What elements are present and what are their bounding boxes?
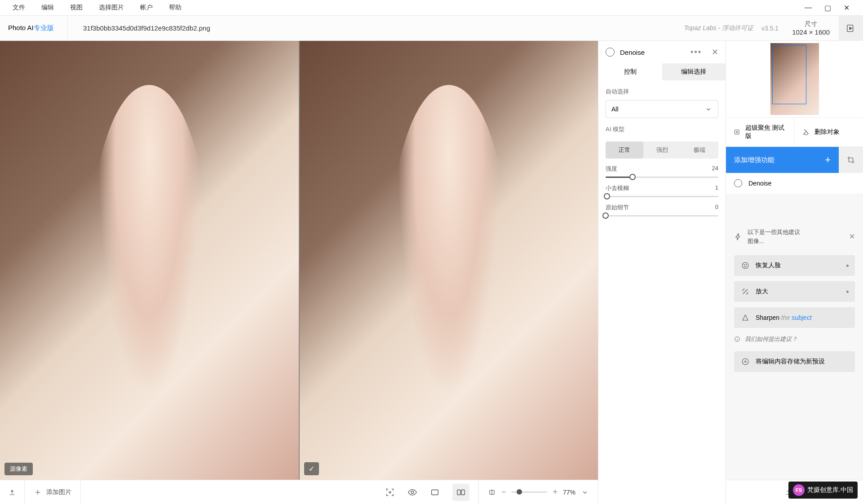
original-detail-slider-row: 原始细节0: [598, 197, 726, 217]
image-original: 源像素: [0, 41, 299, 480]
auto-select-dropdown[interactable]: All: [606, 100, 718, 118]
zoom-out-button[interactable]: −: [501, 487, 506, 497]
viewer-toolbar: 添加图片 − + 77%: [0, 480, 598, 504]
close-suggestions-icon[interactable]: ✕: [849, 232, 855, 241]
upload-icon: [8, 488, 16, 496]
header-bar: Photo AI专业版 31f3b0bb3345d0d3f9d12e9c835f…: [0, 16, 863, 41]
single-view-icon[interactable]: [430, 487, 440, 497]
menu-select-image[interactable]: 选择图片: [91, 4, 132, 12]
applied-denoise[interactable]: Denoise: [726, 173, 863, 194]
eye-icon[interactable]: [407, 487, 417, 497]
window-minimize-icon[interactable]: —: [805, 4, 812, 12]
image-result: ✓: [300, 41, 598, 480]
original-detail-label: 原始细节: [606, 203, 629, 212]
zoom-in-button[interactable]: +: [553, 487, 558, 497]
export-menu-button[interactable]: [0, 480, 24, 504]
filename: 31f3b0bb3345d0d3f9d12e9c835f2db2.png: [68, 24, 684, 32]
queue-play-button[interactable]: [839, 16, 863, 41]
focus-icon: [733, 128, 741, 136]
model-strong-button[interactable]: 强烈: [643, 141, 681, 159]
logo-edition: 专业版: [34, 24, 54, 31]
strength-slider[interactable]: [606, 177, 718, 178]
dimensions-value: 1024 × 1600: [792, 28, 830, 36]
split-view-button[interactable]: [452, 484, 469, 501]
add-enhance-button[interactable]: 添加增强功能 +: [726, 147, 839, 173]
svg-point-8: [736, 132, 738, 133]
window-controls: — ▢ ✕: [796, 4, 859, 12]
eraser-icon: [802, 128, 810, 136]
tab-edit-selection[interactable]: 编辑选择: [662, 63, 726, 80]
version: v3.5.1: [761, 25, 779, 32]
logo-text: Photo AI: [8, 24, 34, 31]
panel-tabs: 控制 编辑选择: [598, 63, 726, 80]
suggestions-text: 以下是一些其他建议 图像...: [748, 228, 844, 245]
right-column: 超级聚焦 测试版 删除对象 添加增强功能 + Denoise 以下是一些其他建议…: [726, 41, 863, 504]
delete-object-button[interactable]: 删除对象: [794, 117, 863, 147]
svg-point-9: [742, 262, 748, 269]
triangle-icon: [741, 314, 749, 322]
strength-label: 强度: [606, 165, 617, 173]
suggest-sharpen[interactable]: Sharpen the subject: [734, 307, 855, 328]
superfocus-button[interactable]: 超级聚焦 测试版: [726, 117, 794, 147]
viewer: 源像素 ✓ 添加图片 −: [0, 41, 598, 504]
thumbnail[interactable]: [770, 43, 819, 115]
ai-model-label: AI 模型: [598, 118, 726, 138]
menu-help[interactable]: 帮助: [161, 4, 190, 12]
crop-icon: [847, 156, 855, 164]
crop-button[interactable]: [839, 147, 863, 173]
plus-icon: +: [825, 154, 831, 166]
original-detail-value: 0: [715, 203, 718, 212]
save-preset-label: 将编辑内容存储为新预设: [756, 358, 825, 366]
dimensions: 尺寸 1024 × 1600: [792, 20, 830, 36]
window-maximize-icon[interactable]: ▢: [824, 4, 831, 12]
original-detail-slider[interactable]: [606, 215, 718, 217]
menu-edit[interactable]: 编辑: [33, 4, 62, 12]
menubar: 文件 编辑 视图 选择图片 帐户 帮助 — ▢ ✕: [0, 0, 863, 16]
strength-value: 24: [712, 165, 718, 173]
suggest-upscale[interactable]: 放大: [734, 281, 855, 302]
auto-select-value: All: [611, 106, 619, 113]
plus-icon: [34, 488, 42, 496]
globe-icon: [606, 48, 615, 57]
comparison-canvas[interactable]: 源像素 ✓: [0, 41, 598, 480]
more-options-icon[interactable]: •••: [690, 48, 702, 57]
svg-point-10: [744, 265, 745, 265]
menu-account[interactable]: 帐户: [132, 4, 161, 12]
zoom-slider[interactable]: [511, 491, 547, 493]
add-image-button[interactable]: 添加图片: [25, 488, 80, 496]
thumbnail-selection[interactable]: [772, 45, 806, 104]
focus-box-icon[interactable]: [385, 487, 395, 497]
tab-control[interactable]: 控制: [598, 63, 662, 80]
model-normal-button[interactable]: 正常: [606, 141, 643, 159]
split-slider-icon[interactable]: [488, 488, 496, 496]
svg-point-11: [746, 265, 747, 265]
delete-object-label: 删除对象: [814, 128, 840, 136]
how-suggestions-link[interactable]: 我们如何提出建议？: [726, 331, 863, 348]
zoom-controls: − + 77%: [478, 480, 598, 504]
model-extreme-button[interactable]: 极端: [681, 141, 718, 159]
deblur-slider[interactable]: [606, 196, 718, 197]
menu-file[interactable]: 文件: [4, 4, 33, 12]
close-panel-icon[interactable]: ✕: [712, 47, 718, 57]
auto-select-label: 自动选择: [598, 80, 726, 100]
play-queue-icon: [846, 23, 856, 33]
main-area: 源像素 ✓ 添加图片 −: [0, 41, 863, 504]
suggest-restore-face-label: 恢复人脸: [756, 261, 781, 270]
expand-icon: [741, 287, 749, 296]
svg-rect-5: [461, 490, 465, 495]
svg-rect-7: [735, 130, 739, 134]
suggest-restore-face[interactable]: 恢复人脸: [734, 255, 855, 276]
add-image-label: 添加图片: [46, 488, 71, 496]
action-row: 超级聚焦 测试版 删除对象: [726, 117, 863, 147]
deblur-value: 1: [715, 184, 718, 192]
watermark: FS 梵摄创意库.中国: [788, 482, 858, 499]
panel-title: Denoise: [620, 49, 685, 56]
chevron-down-icon[interactable]: [581, 488, 589, 496]
window-close-icon[interactable]: ✕: [844, 4, 850, 12]
suggest-upscale-label: 放大: [756, 287, 768, 296]
deblur-label: 小去模糊: [606, 184, 629, 192]
menu-view[interactable]: 视图: [62, 4, 91, 12]
status-dot: [846, 265, 849, 267]
save-preset-button[interactable]: 将编辑内容存储为新预设: [734, 351, 855, 372]
add-enhance-row: 添加增强功能 +: [726, 147, 863, 173]
